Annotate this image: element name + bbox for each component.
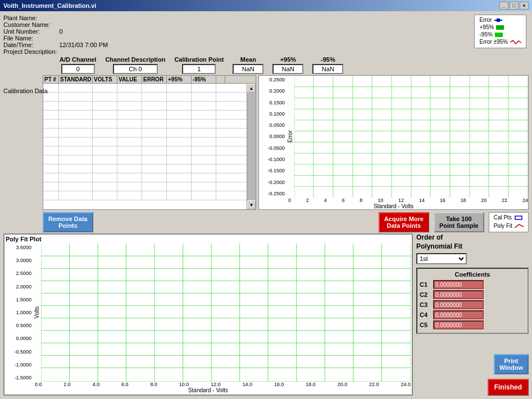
table-cell [167, 129, 192, 137]
table-cell [142, 120, 167, 128]
table-cell [142, 137, 167, 146]
table-cell [59, 111, 93, 119]
table-row [43, 120, 247, 129]
poly-fit-legend: Poly Fit [494, 223, 524, 229]
table-cell [59, 102, 93, 110]
table-cell [117, 84, 142, 92]
table-cell [142, 173, 167, 182]
scroll-up-btn[interactable]: ▲ [247, 84, 256, 93]
plus95-input[interactable] [272, 64, 303, 74]
table-row [43, 146, 247, 155]
error-legend-label: Error [479, 17, 492, 23]
col-value: VALUE [117, 76, 142, 83]
channel-desc-input[interactable] [113, 64, 158, 74]
poly-y-axis-labels: 3.5000 3.0000 2.5000 2.0000 1.5000 1.000… [6, 244, 33, 382]
table-cell [59, 164, 93, 173]
channel-desc-group: Channel Description [105, 56, 165, 74]
table-cell [142, 111, 167, 119]
poly-x-axis-labels: 0.02.04.06.08.010.012.014.016.018.020.02… [6, 382, 411, 387]
table-cell [192, 146, 216, 155]
scroll-track[interactable] [247, 93, 256, 200]
minus95-legend-label: -95% [479, 31, 492, 38]
take-sample-button[interactable]: Take 100Point Sample [434, 212, 484, 232]
channel-desc-label: Channel Description [105, 56, 165, 63]
table-cell [59, 155, 93, 164]
table-row [43, 129, 247, 137]
col-standard: STANDARD [59, 76, 93, 83]
x-axis-label-top: Standard - Volts [259, 203, 528, 209]
bottom-legend: Cal Pts Poly Fit [489, 212, 529, 232]
coefficients-title: Coefficients [420, 271, 525, 278]
customer-name-value [59, 21, 108, 28]
mean-input[interactable] [233, 64, 263, 74]
unit-number-value: 0 [59, 28, 108, 35]
table-cell [93, 111, 117, 119]
table-cell [59, 173, 93, 182]
table-cell [192, 102, 216, 110]
cal-point-label: Calibration Point [174, 56, 224, 63]
print-window-button[interactable]: PrintWindow [494, 354, 529, 374]
project-desc-value [59, 48, 108, 55]
table-cell [117, 129, 142, 137]
table-cell [59, 182, 93, 191]
table-cell [43, 182, 59, 191]
table-row [43, 164, 247, 173]
main-content: Plant Name: Customer Name: Unit Number: … [0, 11, 532, 399]
table-row [43, 102, 247, 111]
maximize-button[interactable]: □ [510, 2, 519, 10]
table-cell [43, 111, 59, 119]
acquire-more-button[interactable]: Acquire MoreData Points [379, 212, 429, 232]
table-cell [142, 129, 167, 137]
error-chart: 0.2500 0.2000 0.1500 0.1000 0.0500 0.000… [258, 75, 529, 210]
mean-group: Mean [233, 56, 263, 74]
minus95-label: -95% [321, 56, 335, 63]
table-cell [142, 146, 167, 155]
table-cell [43, 137, 59, 146]
table-cell [93, 102, 117, 110]
table-cell [93, 120, 117, 128]
order-title: Order ofPolynomial Fit [416, 233, 529, 251]
table-cell [59, 84, 93, 92]
cal-point-input[interactable] [182, 64, 216, 74]
table-cell [43, 164, 59, 173]
unit-number-label: Unit Number: [3, 28, 57, 35]
finished-button[interactable]: Finished [488, 379, 529, 396]
table-cell [142, 164, 167, 173]
data-table: PT # STANDARD VOLTS VALUE ERROR +95% -95… [43, 75, 256, 210]
table-cell [167, 146, 192, 155]
table-cell [192, 191, 216, 200]
table-cell [43, 173, 59, 182]
remove-data-button[interactable]: Remove DataPoints [43, 212, 93, 232]
table-cell [117, 182, 142, 191]
date-time-value: 12/31/03 7:00 PM [59, 42, 108, 48]
table-cell [43, 191, 59, 200]
table-cell [142, 191, 167, 200]
plus95-group: +95% [272, 56, 303, 74]
error-y-axis-label: Error [287, 130, 293, 143]
order-dropdown[interactable]: 1st 2nd 3rd 4th 5th [416, 253, 467, 264]
mean-label: Mean [240, 56, 256, 63]
minus95-input[interactable] [312, 64, 343, 74]
table-cell [192, 120, 216, 128]
y-axis-labels: 0.2500 0.2000 0.1500 0.1000 0.0500 0.000… [259, 76, 286, 198]
cal-pts-legend: Cal Pts [494, 214, 524, 221]
table-scrollbar[interactable]: ▲ ▼ [247, 84, 256, 209]
title-bar: Voith_Instrument_Calibration.vi _ □ × [0, 0, 532, 11]
table-row [43, 155, 247, 164]
table-row [43, 137, 247, 146]
table-cell [142, 93, 167, 101]
table-row [43, 191, 247, 200]
order-section: Order ofPolynomial Fit 1st 2nd 3rd 4th 5… [416, 233, 529, 264]
x-axis-labels-top: 024681012141618202224 [259, 198, 528, 203]
table-cell [93, 173, 117, 182]
table-cell [117, 146, 142, 155]
table-cell [192, 111, 216, 119]
scroll-down-btn[interactable]: ▼ [247, 200, 256, 209]
minimize-button[interactable]: _ [499, 2, 508, 10]
cal-point-group: Calibration Point [174, 56, 224, 74]
c2-value: 0.0000000 [433, 290, 484, 299]
c4-label: C4 [420, 311, 431, 318]
table-cell [59, 129, 93, 137]
ad-channel-input[interactable] [61, 64, 95, 74]
close-button[interactable]: × [520, 2, 529, 10]
